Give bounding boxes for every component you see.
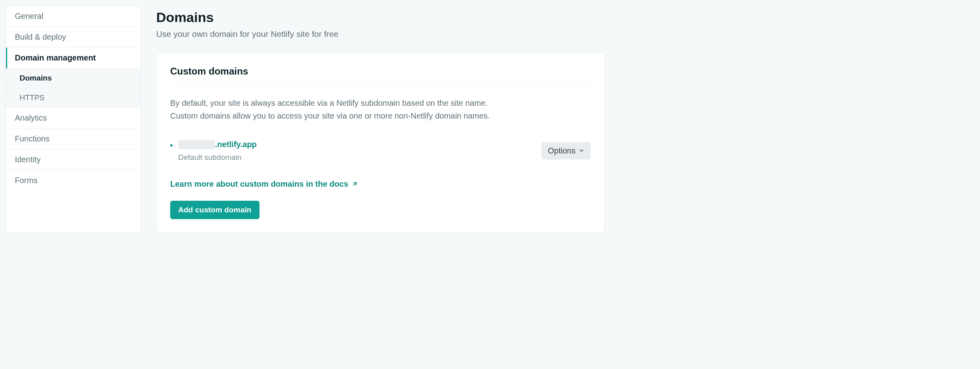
page-title: Domains (156, 10, 605, 25)
sidebar-item-domain-management[interactable]: Domain management (6, 48, 141, 69)
domain-suffix: .netlify.app (215, 140, 257, 149)
bullet-icon (170, 144, 173, 147)
sidebar-item-analytics[interactable]: Analytics (6, 108, 141, 129)
learn-more-label: Learn more about custom domains in the d… (170, 179, 348, 189)
card-desc-line1: By default, your site is always accessib… (170, 99, 488, 107)
sidebar-item-forms[interactable]: Forms (6, 170, 141, 191)
sidebar-subnav: Domains HTTPS (6, 69, 141, 108)
sidebar-item-general[interactable]: General (6, 6, 141, 27)
options-label: Options (548, 146, 576, 155)
chevron-down-icon (579, 146, 584, 155)
card-title: Custom domains (170, 66, 591, 85)
card-desc-line2: Custom domains allow you to access your … (170, 111, 490, 120)
settings-sidebar: General Build & deploy Domain management… (6, 6, 141, 233)
sidebar-item-identity[interactable]: Identity (6, 149, 141, 170)
options-button[interactable]: Options (541, 142, 591, 159)
custom-domains-card: Custom domains By default, your site is … (156, 52, 605, 233)
card-description: By default, your site is always accessib… (170, 97, 591, 122)
domain-row: .netlify.app Default subdomain Options (170, 140, 591, 162)
domain-info: .netlify.app Default subdomain (178, 140, 257, 162)
domain-left: .netlify.app Default subdomain (170, 140, 257, 162)
domain-name-redacted (178, 140, 215, 149)
external-link-icon (352, 181, 358, 187)
add-custom-domain-button[interactable]: Add custom domain (170, 201, 260, 219)
sidebar-item-functions[interactable]: Functions (6, 129, 141, 149)
main-content: Domains Use your own domain for your Net… (141, 6, 614, 233)
learn-more-link[interactable]: Learn more about custom domains in the d… (170, 179, 358, 189)
sidebar-sub-https[interactable]: HTTPS (6, 88, 141, 108)
domain-sublabel: Default subdomain (178, 153, 257, 162)
sidebar-item-build-deploy[interactable]: Build & deploy (6, 27, 141, 48)
domain-link[interactable]: .netlify.app (178, 140, 257, 149)
sidebar-sub-domains[interactable]: Domains (6, 69, 141, 88)
page-subtitle: Use your own domain for your Netlify sit… (156, 29, 605, 39)
